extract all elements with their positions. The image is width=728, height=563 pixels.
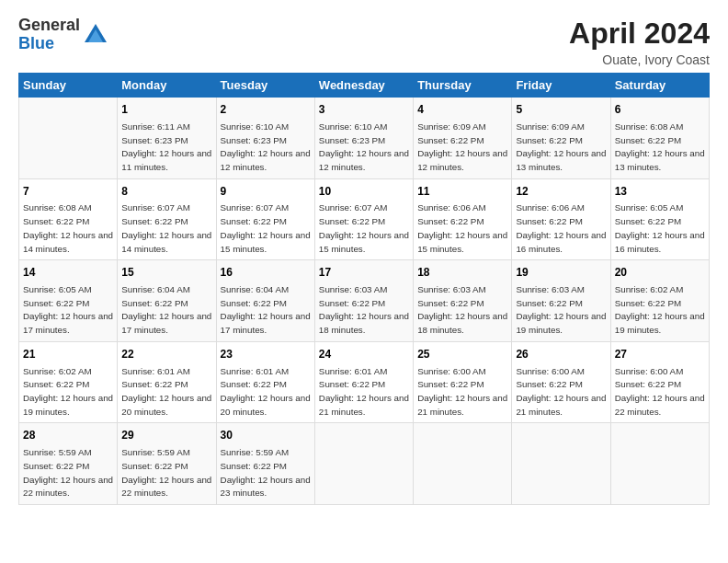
calendar-cell: 7Sunrise: 6:08 AMSunset: 6:22 PMDaylight… — [19, 178, 118, 260]
calendar-cell: 21Sunrise: 6:02 AMSunset: 6:22 PMDayligh… — [19, 341, 118, 423]
logo-icon — [83, 22, 108, 48]
header: General Blue April 2024 Ouate, Ivory Coa… — [18, 17, 710, 67]
calendar-cell: 25Sunrise: 6:00 AMSunset: 6:22 PMDayligh… — [414, 341, 512, 423]
calendar-cell: 3Sunrise: 6:10 AMSunset: 6:23 PMDaylight… — [314, 98, 413, 179]
day-info: Sunrise: 6:03 AMSunset: 6:22 PMDaylight:… — [417, 284, 507, 335]
day-number: 3 — [319, 102, 409, 118]
day-number: 1 — [121, 102, 211, 118]
header-row: Sunday Monday Tuesday Wednesday Thursday… — [19, 74, 710, 98]
day-info: Sunrise: 6:05 AMSunset: 6:22 PMDaylight:… — [23, 284, 113, 335]
calendar-cell: 26Sunrise: 6:00 AMSunset: 6:22 PMDayligh… — [512, 341, 610, 423]
day-info: Sunrise: 6:04 AMSunset: 6:22 PMDaylight:… — [221, 284, 311, 335]
day-number: 13 — [615, 184, 705, 200]
day-info: Sunrise: 6:04 AMSunset: 6:22 PMDaylight:… — [121, 284, 211, 335]
header-thursday: Thursday — [414, 74, 512, 98]
calendar-cell: 6Sunrise: 6:08 AMSunset: 6:22 PMDaylight… — [610, 98, 709, 179]
day-number: 8 — [121, 184, 211, 200]
calendar-cell: 19Sunrise: 6:03 AMSunset: 6:22 PMDayligh… — [512, 260, 610, 342]
week-row-4: 21Sunrise: 6:02 AMSunset: 6:22 PMDayligh… — [19, 341, 710, 423]
header-saturday: Saturday — [610, 74, 709, 98]
day-info: Sunrise: 6:07 AMSunset: 6:22 PMDaylight:… — [221, 202, 311, 253]
header-friday: Friday — [512, 74, 610, 98]
day-number: 2 — [221, 102, 311, 118]
day-info: Sunrise: 5:59 AMSunset: 6:22 PMDaylight:… — [121, 447, 211, 498]
calendar-cell — [610, 423, 709, 505]
day-info: Sunrise: 6:06 AMSunset: 6:22 PMDaylight:… — [417, 202, 507, 253]
calendar-cell: 12Sunrise: 6:06 AMSunset: 6:22 PMDayligh… — [512, 178, 610, 260]
day-number: 20 — [615, 265, 705, 281]
title-block: April 2024 Ouate, Ivory Coast — [569, 17, 710, 67]
day-info: Sunrise: 6:08 AMSunset: 6:22 PMDaylight:… — [23, 202, 113, 253]
day-number: 24 — [319, 347, 409, 362]
calendar-cell: 2Sunrise: 6:10 AMSunset: 6:23 PMDaylight… — [216, 98, 314, 179]
logo: General Blue — [18, 17, 108, 53]
day-info: Sunrise: 6:07 AMSunset: 6:22 PMDaylight:… — [121, 202, 211, 253]
day-number: 12 — [516, 184, 606, 200]
day-number: 29 — [121, 428, 211, 443]
day-number: 30 — [221, 428, 311, 443]
calendar-cell: 5Sunrise: 6:09 AMSunset: 6:22 PMDaylight… — [512, 98, 610, 179]
day-number: 10 — [319, 184, 409, 200]
day-number: 26 — [516, 347, 606, 362]
calendar-cell: 18Sunrise: 6:03 AMSunset: 6:22 PMDayligh… — [414, 260, 512, 342]
week-row-2: 7Sunrise: 6:08 AMSunset: 6:22 PMDaylight… — [19, 178, 710, 260]
calendar-cell — [19, 98, 118, 179]
day-info: Sunrise: 6:10 AMSunset: 6:23 PMDaylight:… — [319, 121, 409, 172]
day-info: Sunrise: 6:09 AMSunset: 6:22 PMDaylight:… — [417, 121, 507, 172]
day-number: 21 — [23, 347, 113, 362]
day-number: 17 — [319, 265, 409, 281]
day-number: 6 — [615, 102, 705, 118]
day-number: 23 — [221, 347, 311, 362]
calendar-cell: 1Sunrise: 6:11 AMSunset: 6:23 PMDaylight… — [118, 98, 216, 179]
day-info: Sunrise: 6:09 AMSunset: 6:22 PMDaylight:… — [516, 121, 606, 172]
header-monday: Monday — [118, 74, 216, 98]
calendar-cell: 27Sunrise: 6:00 AMSunset: 6:22 PMDayligh… — [610, 341, 709, 423]
day-number: 25 — [417, 347, 507, 362]
calendar-cell: 11Sunrise: 6:06 AMSunset: 6:22 PMDayligh… — [414, 178, 512, 260]
page: General Blue April 2024 Ouate, Ivory Coa… — [0, 0, 728, 514]
day-info: Sunrise: 6:11 AMSunset: 6:23 PMDaylight:… — [121, 121, 211, 172]
calendar-cell: 30Sunrise: 5:59 AMSunset: 6:22 PMDayligh… — [216, 423, 314, 505]
calendar-cell — [512, 423, 610, 505]
day-info: Sunrise: 6:10 AMSunset: 6:23 PMDaylight:… — [221, 121, 311, 172]
calendar-cell: 20Sunrise: 6:02 AMSunset: 6:22 PMDayligh… — [610, 260, 709, 342]
day-info: Sunrise: 6:00 AMSunset: 6:22 PMDaylight:… — [516, 366, 606, 417]
calendar-table: Sunday Monday Tuesday Wednesday Thursday… — [18, 73, 710, 505]
day-info: Sunrise: 6:06 AMSunset: 6:22 PMDaylight:… — [516, 202, 606, 253]
calendar-cell: 14Sunrise: 6:05 AMSunset: 6:22 PMDayligh… — [19, 260, 118, 342]
day-info: Sunrise: 6:02 AMSunset: 6:22 PMDaylight:… — [23, 366, 113, 417]
week-row-1: 1Sunrise: 6:11 AMSunset: 6:23 PMDaylight… — [19, 98, 710, 179]
day-info: Sunrise: 6:00 AMSunset: 6:22 PMDaylight:… — [615, 366, 705, 417]
day-number: 16 — [221, 265, 311, 281]
calendar-cell: 24Sunrise: 6:01 AMSunset: 6:22 PMDayligh… — [314, 341, 413, 423]
week-row-3: 14Sunrise: 6:05 AMSunset: 6:22 PMDayligh… — [19, 260, 710, 342]
day-number: 7 — [23, 184, 113, 200]
calendar-cell: 15Sunrise: 6:04 AMSunset: 6:22 PMDayligh… — [118, 260, 216, 342]
day-number: 5 — [516, 102, 606, 118]
day-number: 22 — [121, 347, 211, 362]
day-info: Sunrise: 6:00 AMSunset: 6:22 PMDaylight:… — [417, 366, 507, 417]
day-info: Sunrise: 6:01 AMSunset: 6:22 PMDaylight:… — [121, 366, 211, 417]
day-info: Sunrise: 6:03 AMSunset: 6:22 PMDaylight:… — [516, 284, 606, 335]
day-info: Sunrise: 6:05 AMSunset: 6:22 PMDaylight:… — [615, 202, 705, 253]
day-number: 28 — [23, 428, 113, 443]
day-info: Sunrise: 6:01 AMSunset: 6:22 PMDaylight:… — [221, 366, 311, 417]
calendar-cell — [314, 423, 413, 505]
calendar-cell: 8Sunrise: 6:07 AMSunset: 6:22 PMDaylight… — [118, 178, 216, 260]
day-number: 11 — [417, 184, 507, 200]
week-row-5: 28Sunrise: 5:59 AMSunset: 6:22 PMDayligh… — [19, 423, 710, 505]
calendar-cell: 17Sunrise: 6:03 AMSunset: 6:22 PMDayligh… — [314, 260, 413, 342]
header-sunday: Sunday — [19, 74, 118, 98]
day-info: Sunrise: 5:59 AMSunset: 6:22 PMDaylight:… — [23, 447, 113, 498]
day-number: 15 — [121, 265, 211, 281]
day-number: 19 — [516, 265, 606, 281]
header-tuesday: Tuesday — [216, 74, 314, 98]
header-wednesday: Wednesday — [314, 74, 413, 98]
main-title: April 2024 — [569, 17, 710, 51]
calendar-cell: 10Sunrise: 6:07 AMSunset: 6:22 PMDayligh… — [314, 178, 413, 260]
calendar-cell: 9Sunrise: 6:07 AMSunset: 6:22 PMDaylight… — [216, 178, 314, 260]
calendar-cell: 13Sunrise: 6:05 AMSunset: 6:22 PMDayligh… — [610, 178, 709, 260]
day-number: 18 — [417, 265, 507, 281]
calendar-cell: 23Sunrise: 6:01 AMSunset: 6:22 PMDayligh… — [216, 341, 314, 423]
day-info: Sunrise: 5:59 AMSunset: 6:22 PMDaylight:… — [221, 447, 311, 498]
